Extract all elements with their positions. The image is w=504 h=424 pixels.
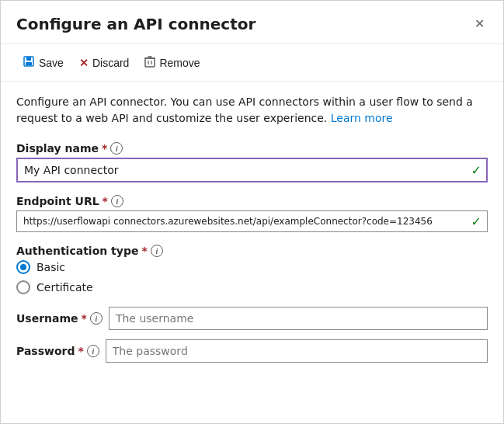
discard-icon: ✕ — [79, 57, 89, 69]
svg-rect-3 — [145, 58, 155, 67]
discard-button[interactable]: ✕ Discard — [73, 52, 135, 74]
auth-type-required: * — [141, 245, 147, 257]
auth-type-info-icon: i — [151, 245, 163, 257]
display-name-required: * — [102, 142, 107, 155]
close-icon: ✕ — [474, 16, 485, 31]
svg-rect-1 — [26, 57, 31, 61]
description-text: Configure an API connector. You can use … — [16, 94, 488, 127]
radio-basic-label[interactable]: Basic — [16, 260, 488, 274]
svg-rect-2 — [26, 62, 32, 65]
display-name-group: Display name * i ✓ — [16, 142, 488, 182]
username-required: * — [82, 312, 87, 325]
display-name-check-icon: ✓ — [471, 163, 481, 178]
learn-more-link[interactable]: Learn more — [331, 112, 393, 124]
radio-basic-text: Basic — [36, 261, 65, 273]
display-name-label: Display name * i — [16, 142, 488, 155]
password-required: * — [78, 345, 83, 357]
endpoint-url-input-wrapper: ✓ — [16, 210, 488, 232]
display-name-input[interactable] — [16, 158, 488, 182]
endpoint-url-info-icon: i — [111, 195, 123, 207]
configure-api-connector-dialog: Configure an API connector ✕ Save ✕ Disc… — [0, 0, 504, 424]
remove-label: Remove — [159, 57, 200, 69]
radio-certificate-text: Certificate — [36, 281, 93, 294]
username-row: Username * i — [16, 307, 488, 330]
remove-button[interactable]: Remove — [138, 50, 206, 75]
dialog-content: Configure an API connector. You can use … — [1, 82, 503, 375]
endpoint-url-check-icon: ✓ — [471, 214, 481, 229]
toolbar: Save ✕ Discard Remove — [1, 43, 503, 82]
radio-certificate-label[interactable]: Certificate — [16, 280, 488, 294]
username-info-icon: i — [90, 312, 103, 325]
save-label: Save — [39, 57, 64, 69]
dialog-title: Configure an API connector — [16, 15, 255, 33]
auth-type-label: Authentication type * i — [16, 245, 488, 257]
close-button[interactable]: ✕ — [471, 13, 488, 34]
password-label: Password * i — [16, 345, 99, 357]
endpoint-url-required: * — [103, 195, 108, 207]
remove-icon — [144, 55, 155, 70]
password-input[interactable] — [106, 339, 488, 363]
discard-label: Discard — [92, 57, 129, 69]
password-row: Password * i — [16, 339, 488, 363]
radio-certificate[interactable] — [16, 280, 30, 294]
dialog-header: Configure an API connector ✕ — [1, 1, 503, 43]
username-label: Username * i — [16, 312, 103, 325]
username-input[interactable] — [109, 307, 488, 330]
save-button[interactable]: Save — [16, 50, 70, 75]
display-name-input-wrapper: ✓ — [16, 158, 488, 182]
auth-type-radio-group: Basic Certificate — [16, 260, 488, 294]
endpoint-url-input[interactable] — [16, 210, 488, 232]
display-name-info-icon: i — [110, 142, 123, 155]
credentials-section: Username * i Password * i — [16, 307, 488, 363]
save-icon — [23, 55, 35, 70]
password-info-icon: i — [87, 345, 99, 357]
endpoint-url-label: Endpoint URL * i — [16, 195, 488, 207]
radio-basic[interactable] — [16, 260, 30, 274]
endpoint-url-group: Endpoint URL * i ✓ — [16, 195, 488, 232]
auth-type-group: Authentication type * i Basic Certificat… — [16, 245, 488, 294]
